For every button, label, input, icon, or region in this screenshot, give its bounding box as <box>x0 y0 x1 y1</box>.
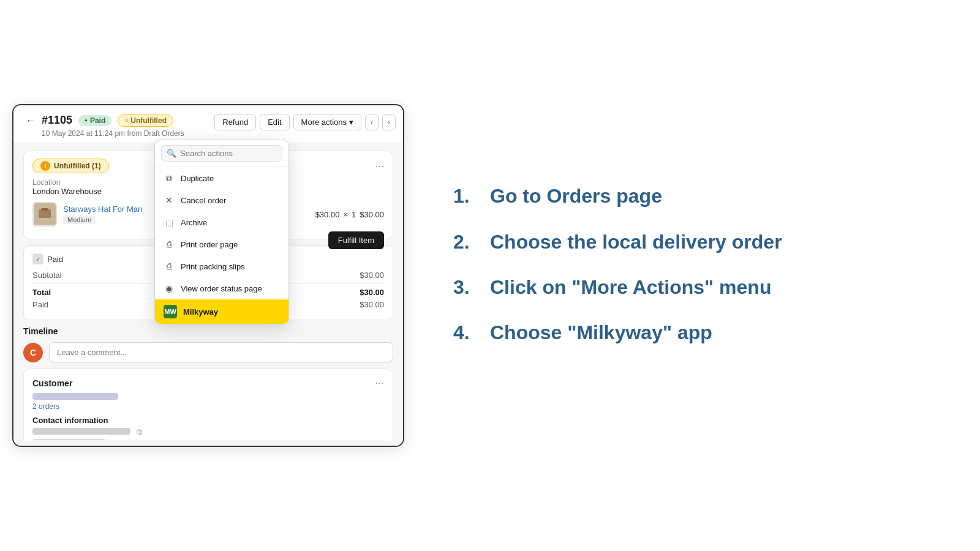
search-input-wrapper: 🔍 <box>161 145 282 162</box>
svg-rect-1 <box>39 209 51 218</box>
total-label: Total <box>32 288 51 297</box>
print-order-item[interactable]: ⎙ Print order page <box>155 233 288 255</box>
product-image <box>34 203 56 225</box>
instruction-item-4: 4. Choose "Milkyway" app <box>453 321 943 344</box>
instruction-item-1: 1. Go to Orders page <box>453 184 943 208</box>
product-variant: Medium <box>63 216 96 224</box>
paid-label: Paid <box>47 255 63 264</box>
order-subtitle: 10 May 2024 at 11:24 pm from Draft Order… <box>42 129 391 138</box>
more-actions-button[interactable]: More actions ▾ <box>293 114 361 130</box>
view-status-label: View order status page <box>181 284 262 293</box>
chevron-down-icon: ▾ <box>349 118 353 127</box>
more-actions-dropdown: 🔍 ⧉ Duplicate ✕ Cancel order ⬚ Archive <box>154 140 289 324</box>
header-actions: Refund Edit More actions ▾ ‹ › <box>214 114 396 130</box>
cancel-icon: ✕ <box>164 195 175 206</box>
instruction-item-2: 2. Choose the local delivery order <box>453 230 943 253</box>
print-order-label: Print order page <box>181 240 238 249</box>
product-thumbnail <box>32 202 57 227</box>
duplicate-icon: ⧉ <box>164 173 175 184</box>
unfulfilled-badge-label: Unfulfilled (1) <box>54 162 101 170</box>
cancel-order-item[interactable]: ✕ Cancel order <box>155 189 288 211</box>
customer-section-title: Customer <box>32 378 72 388</box>
unfulfilled-menu-button[interactable]: ··· <box>375 160 384 173</box>
customer-name[interactable] <box>32 393 384 400</box>
copy-email-button[interactable]: ⧉ <box>137 427 142 437</box>
comment-row: C <box>23 342 393 362</box>
instruction-text-2: Choose the local delivery order <box>490 230 782 253</box>
instruction-list: 1. Go to Orders page 2. Choose the local… <box>453 184 943 367</box>
customer-email-row: ⧉ <box>32 427 384 437</box>
duplicate-label: Duplicate <box>181 174 214 183</box>
next-order-button[interactable]: › <box>382 114 396 130</box>
product-qty: 1 <box>352 210 356 219</box>
unfulfilled-section-badge: ! Unfulfilled (1) <box>32 159 109 173</box>
archive-label: Archive <box>181 218 207 227</box>
paid-row-amount: $30.00 <box>360 300 384 309</box>
product-price: $30.00 <box>315 210 340 219</box>
duplicate-item[interactable]: ⧉ Duplicate <box>155 167 288 189</box>
milkyway-label: Milkyway <box>183 307 218 317</box>
more-actions-label: More actions <box>301 118 347 127</box>
customer-phone-blur <box>32 439 106 440</box>
customer-card-header: Customer ··· <box>32 377 384 389</box>
contact-info-title: Contact information <box>32 416 384 425</box>
print-packing-item[interactable]: ⎙ Print packing slips <box>155 255 288 277</box>
instruction-text-1: Go to Orders page <box>490 184 662 208</box>
view-status-icon: ◉ <box>164 283 175 294</box>
customer-orders-link[interactable]: 2 orders <box>32 402 384 411</box>
instruction-text-4: Choose "Milkyway" app <box>490 321 712 344</box>
customer-name-blur <box>32 393 118 400</box>
svg-rect-2 <box>41 208 48 211</box>
right-panel: 1. Go to Orders page 2. Choose the local… <box>417 160 980 391</box>
unfulfilled-section-icon: ! <box>40 161 50 171</box>
cancel-order-label: Cancel order <box>181 196 226 205</box>
instruction-num-3: 3. <box>453 276 490 299</box>
total-amount: $30.00 <box>360 288 384 297</box>
order-page: ← #1105 Paid Unfulfilled 10 May 2024 at … <box>13 105 403 446</box>
archive-icon: ⬚ <box>164 217 175 228</box>
milkyway-app-icon: MW <box>164 305 177 318</box>
instruction-item-3: 3. Click on "More Actions" menu <box>453 276 943 299</box>
dropdown-search-section: 🔍 <box>155 140 288 167</box>
customer-menu-button[interactable]: ··· <box>375 377 384 389</box>
search-icon: 🔍 <box>167 149 176 158</box>
instruction-num-4: 4. <box>453 321 490 344</box>
back-button[interactable]: ← <box>26 115 36 126</box>
paid-row-label: Paid <box>32 300 48 309</box>
shopify-window: ← #1105 Paid Unfulfilled 10 May 2024 at … <box>12 104 404 447</box>
timeline-section: Timeline C <box>23 326 393 362</box>
timeline-title: Timeline <box>23 326 393 336</box>
subtotal-amount: $30.00 <box>360 271 384 280</box>
order-header: ← #1105 Paid Unfulfilled 10 May 2024 at … <box>13 105 403 143</box>
edit-button[interactable]: Edit <box>260 114 289 130</box>
paid-icon: ✓ <box>32 253 43 264</box>
order-number: #1105 <box>42 114 72 127</box>
customer-phone-row <box>32 439 384 440</box>
user-avatar: C <box>23 343 43 362</box>
customer-email-blur <box>32 428 130 435</box>
prev-order-button[interactable]: ‹ <box>365 114 379 130</box>
product-total: $30.00 <box>360 210 384 219</box>
search-actions-input[interactable] <box>180 149 277 158</box>
print-packing-label: Print packing slips <box>181 262 245 271</box>
milkyway-item[interactable]: MW Milkyway <box>155 299 288 324</box>
product-qty-sep: × <box>343 210 348 219</box>
paid-badge: Paid <box>78 115 111 126</box>
instruction-num-2: 2. <box>453 230 490 253</box>
unfulfilled-badge-header: Unfulfilled <box>118 114 173 127</box>
subtotal-label: Subtotal <box>32 271 62 280</box>
instruction-text-3: Click on "More Actions" menu <box>490 276 771 299</box>
archive-item[interactable]: ⬚ Archive <box>155 211 288 233</box>
left-panel: ← #1105 Paid Unfulfilled 10 May 2024 at … <box>0 0 417 551</box>
print-packing-icon: ⎙ <box>164 261 175 272</box>
instruction-num-1: 1. <box>453 184 490 208</box>
refund-button[interactable]: Refund <box>214 114 256 130</box>
comment-input[interactable] <box>49 342 393 362</box>
print-order-icon: ⎙ <box>164 239 175 250</box>
customer-card: Customer ··· 2 orders Contact informatio… <box>23 369 393 440</box>
view-status-item[interactable]: ◉ View order status page <box>155 277 288 299</box>
product-price-row: $30.00 × 1 $30.00 <box>315 210 384 219</box>
fulfill-item-button[interactable]: Fulfill Item <box>328 231 384 249</box>
